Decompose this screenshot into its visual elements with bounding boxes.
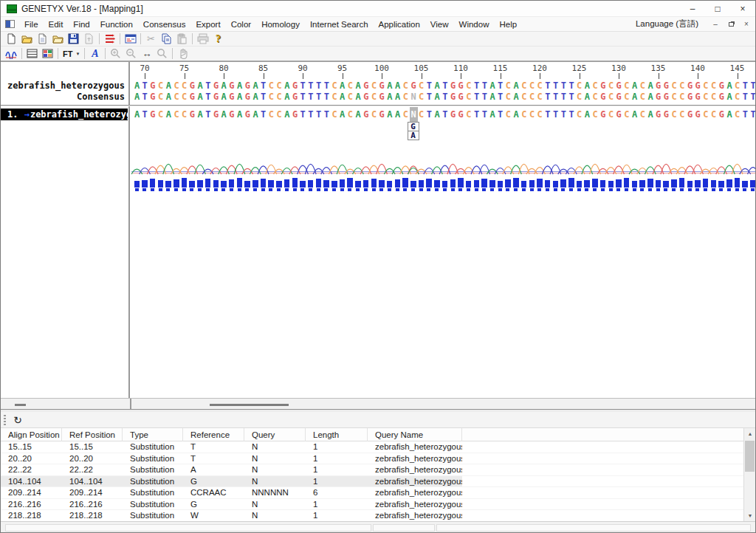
read-name: zebrafish_heterozygous [30, 109, 128, 120]
help-button[interactable]: ? [210, 32, 226, 46]
base: A [252, 109, 260, 120]
menu-item-view[interactable]: View [425, 18, 454, 30]
base: T [425, 92, 433, 102]
menu-item-edit[interactable]: Edit [44, 18, 69, 30]
base: T [543, 92, 551, 102]
fit-width-button[interactable]: ↔ [139, 47, 154, 61]
close-button[interactable]: × [730, 1, 755, 16]
scroll-up-button[interactable]: ▲ [744, 428, 756, 439]
read-name-row-selected[interactable]: 1. →zebrafish_heterozygous [1, 109, 128, 120]
copy-button[interactable] [159, 32, 174, 46]
base: G [244, 92, 252, 102]
base: T [543, 80, 551, 91]
toolbar-grip[interactable] [4, 415, 6, 425]
mdi-restore-button[interactable] [724, 19, 738, 30]
sequence-display-pane[interactable]: 7075808590951001051101151201251301351401… [131, 62, 756, 398]
table-row[interactable]: 22..2222..22SubstitutionAN1zebrafish_het… [1, 464, 745, 476]
heterozygous-base-popup[interactable]: GA [408, 123, 419, 140]
table-cell: 209..214 [1, 487, 62, 499]
base: C [639, 80, 647, 91]
font-format-button[interactable]: A [87, 47, 103, 61]
base: C [536, 109, 544, 120]
base: A [133, 80, 141, 91]
refresh-button[interactable]: ↻ [10, 413, 26, 427]
table-cell: 20..20 [1, 453, 62, 465]
document-icon[interactable] [5, 20, 15, 28]
base: G [449, 92, 457, 102]
minimize-button[interactable]: – [680, 1, 705, 16]
menu-item-export[interactable]: Export [190, 18, 225, 30]
toolbar-separator [105, 48, 106, 59]
ruler-label: 140 [690, 63, 705, 73]
scroll-thumb[interactable] [745, 441, 755, 472]
toolbar-separator [140, 33, 141, 44]
chevron-down-icon: ▼ [75, 52, 80, 56]
menu-item-help[interactable]: Help [494, 18, 522, 30]
save-button[interactable] [66, 32, 81, 46]
open-file-button[interactable] [19, 32, 35, 46]
base: T [551, 109, 560, 120]
base: A [283, 80, 291, 91]
new-file-button[interactable] [4, 32, 19, 46]
base: C [370, 92, 378, 102]
base: C [267, 92, 275, 102]
maximize-button[interactable]: □ [705, 1, 730, 16]
het-option-A[interactable]: A [408, 131, 419, 140]
base: C [536, 92, 544, 102]
reference-sequence-row[interactable]: ATGCACCGATGAGAGATCCAGTTTTCACAGCGAACGCTAT… [131, 80, 756, 91]
menu-item-window[interactable]: Window [454, 18, 495, 30]
base: C [402, 92, 410, 102]
open-project-button[interactable] [50, 32, 66, 46]
table-cell: G [183, 476, 244, 488]
menu-item-internet-search[interactable]: Internet Search [305, 18, 374, 30]
column-header-length[interactable]: Length [306, 428, 368, 441]
column-header-query-name[interactable]: Query Name [368, 428, 462, 441]
menu-item-homology[interactable]: Homology [256, 18, 305, 30]
column-header-query[interactable]: Query [244, 428, 306, 441]
base: G [449, 109, 457, 120]
table-row[interactable]: 20..2020..20SubstitutionTN1zebrafish_het… [1, 453, 745, 465]
menu-item-function[interactable]: Function [95, 18, 138, 30]
ft-dropdown[interactable]: FT ▼ [61, 49, 82, 58]
column-header-ref-position[interactable]: Ref Position [62, 428, 123, 441]
table-row[interactable]: 209..214209..214SubstitutionCCRAACNNNNNN… [1, 487, 745, 499]
left-pane-scroll-thumb[interactable] [15, 404, 26, 406]
mdi-close-button[interactable]: × [740, 19, 753, 30]
base: T [441, 109, 449, 120]
color-grid-view-button[interactable] [40, 47, 55, 61]
base: A [220, 80, 228, 91]
scroll-down-button[interactable]: ▼ [744, 510, 756, 521]
ruler-label: 125 [572, 63, 587, 73]
zoom-out-button [123, 47, 139, 61]
base: N [410, 109, 418, 120]
column-header-reference[interactable]: Reference [183, 428, 244, 441]
sequence-scroll-thumb[interactable] [210, 404, 289, 406]
table-cell: 209..214 [62, 487, 123, 499]
mdi-minimize-button[interactable]: – [709, 19, 722, 30]
toolbar-separator [120, 33, 120, 44]
chromatogram-wave-icon [5, 49, 18, 59]
menu-item-find[interactable]: Find [68, 18, 94, 30]
base: A [196, 109, 205, 120]
chromatogram-button[interactable] [4, 47, 19, 61]
alignment-settings-button[interactable] [102, 32, 117, 46]
column-header-type[interactable]: Type [123, 428, 183, 441]
base: C [520, 92, 528, 102]
menu-item-application[interactable]: Application [374, 18, 425, 30]
grid-view-button[interactable] [24, 47, 40, 61]
menu-item-consensus[interactable]: Consensus [138, 18, 191, 30]
menu-item-color[interactable]: Color [226, 18, 256, 30]
mapping-view-button[interactable] [123, 32, 138, 46]
consensus-sequence-row[interactable]: ATGCACCGATGAGAGATCCAGTTTTCACAGCGAACNCTAT… [131, 92, 756, 102]
read-sequence-row[interactable]: ATGCACCGATGAGAGATCCAGTTTTCACAGCGAACNCTAT… [131, 109, 756, 120]
table-row[interactable]: 216..216216..216SubstitutionGN1zebrafish… [1, 499, 745, 511]
column-header-align-position[interactable]: Align Position [1, 428, 62, 441]
language-menu[interactable]: Language (言語) [636, 18, 698, 30]
table-row[interactable]: 104..104104..104SubstitutionGN1zebrafish… [1, 476, 745, 488]
table-cell: Substitution [123, 464, 183, 476]
table-row[interactable]: 218..218218..218SubstitutionWN1zebrafish… [1, 510, 745, 520]
red-align-icon [104, 33, 115, 44]
menu-item-file[interactable]: File [19, 18, 44, 30]
table-row[interactable]: 15..1515..15SubstitutionTN1zebrafish_het… [1, 441, 745, 453]
new-project-button[interactable] [35, 32, 50, 46]
